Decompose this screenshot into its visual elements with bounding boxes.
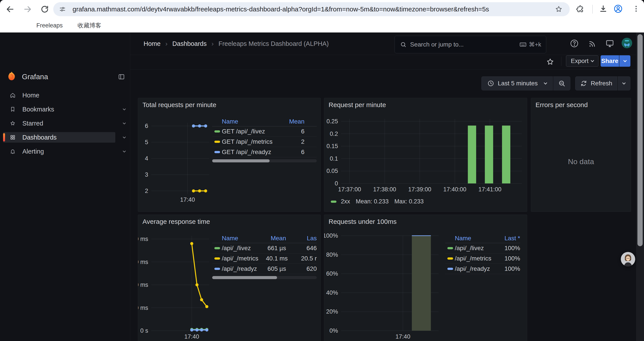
series-value: 2 xyxy=(284,138,304,145)
series-value: 6 xyxy=(284,149,304,156)
legend-scrollbar[interactable] xyxy=(212,276,317,279)
chevron-down-icon[interactable] xyxy=(122,106,127,113)
toolbar-divider xyxy=(592,5,593,14)
series-value: 100% xyxy=(500,255,520,262)
share-dropdown-button[interactable] xyxy=(619,55,630,67)
legend-column-header[interactable]: Las xyxy=(286,235,317,242)
series-name: /api/_/metrics xyxy=(455,255,500,262)
reload-icon[interactable] xyxy=(40,5,49,15)
chevron-down-icon[interactable] xyxy=(122,121,127,127)
legend-column-header[interactable]: Mean xyxy=(284,118,304,125)
url-text[interactable]: grafana.mathmast.com/d/deytv4rwavabkb/fr… xyxy=(72,2,550,16)
breadcrumb-item[interactable]: Home xyxy=(144,40,160,47)
chart-svg: 0.250.20.150.10.05017:37:0017:38:0017:39… xyxy=(324,98,527,212)
download-icon[interactable] xyxy=(599,5,608,14)
legend-scrollbar[interactable] xyxy=(212,159,317,162)
breadcrumb-separator: › xyxy=(212,40,214,47)
panel-title[interactable]: Errors per second xyxy=(536,101,588,109)
profile-icon[interactable] xyxy=(613,4,623,15)
series-color-pill[interactable] xyxy=(214,268,220,270)
legend-row[interactable]: /api/_/metrics40.1 ms20.5 r xyxy=(212,253,317,264)
time-range-picker[interactable]: Last 5 minutes xyxy=(481,76,553,90)
svg-text:17:40:00: 17:40:00 xyxy=(443,186,466,193)
bar-chart[interactable]: 0.250.20.150.10.05017:37:0017:38:0017:39… xyxy=(324,98,527,212)
forward-icon[interactable] xyxy=(23,5,32,15)
series-value: 40.1 ms xyxy=(266,255,286,262)
user-avatar[interactable] xyxy=(622,38,632,48)
series-color-pill[interactable] xyxy=(448,247,453,249)
legend-row[interactable]: /api/_/metrics100% xyxy=(445,253,520,264)
sidebar-item-bookmarks[interactable]: Bookmarks xyxy=(3,104,115,115)
legend-column-header[interactable]: Name xyxy=(222,118,284,125)
series-value: 6 xyxy=(284,128,304,135)
chevron-down-icon xyxy=(622,81,626,85)
refresh-button[interactable]: Refresh xyxy=(575,76,617,90)
bookmark-folder[interactable]: Freeleaps xyxy=(36,19,63,33)
rss-icon[interactable] xyxy=(588,39,597,48)
svg-text:0.25: 0.25 xyxy=(326,118,338,125)
scrollbar-thumb[interactable] xyxy=(638,34,643,246)
zoom-out-button[interactable] xyxy=(553,76,570,90)
series-name: /api/_/livez xyxy=(455,245,500,252)
series-color-pill[interactable] xyxy=(214,257,220,260)
search-input[interactable]: Search or jump to... ⌘+k xyxy=(394,36,546,53)
favorite-star-icon[interactable] xyxy=(545,57,555,67)
chevron-down-icon[interactable] xyxy=(122,135,127,141)
series-color-pill[interactable] xyxy=(448,268,453,270)
svg-text:0.1: 0.1 xyxy=(330,155,338,162)
zoom-out-icon xyxy=(558,80,566,87)
legend-column-header[interactable]: Mean xyxy=(266,235,286,242)
sidebar-item-home[interactable]: Home xyxy=(3,90,115,101)
svg-text:0: 0 xyxy=(335,180,338,187)
menu-icon[interactable] xyxy=(632,5,640,14)
sidebar-item-alerting[interactable]: Alerting xyxy=(3,146,115,157)
series-color-pill[interactable] xyxy=(214,151,220,153)
series-color-pill xyxy=(331,201,336,203)
series-color-pill[interactable] xyxy=(448,257,453,260)
panel-average-response-time: Average response time 80 ms60 ms40 ms20 … xyxy=(138,215,321,341)
svg-text:4: 4 xyxy=(145,155,148,162)
series-value: 20.5 r xyxy=(286,255,317,262)
bookmark-folder[interactable]: 收藏博客 xyxy=(78,19,101,33)
chart-legend[interactable]: 2xx Mean: 0.233 Max: 0.233 xyxy=(331,198,424,205)
series-color-pill[interactable] xyxy=(214,141,220,143)
legend-row[interactable]: GET /api/_/livez6 xyxy=(212,126,317,137)
legend-row[interactable]: /api/_/livez100% xyxy=(445,243,520,253)
assistant-avatar[interactable] xyxy=(621,252,635,266)
legend-row[interactable]: /api/_/readyz100% xyxy=(445,264,520,274)
chevron-down-icon[interactable] xyxy=(122,149,127,155)
search-placeholder: Search or jump to... xyxy=(410,41,519,48)
bookmark-star-icon[interactable] xyxy=(555,5,563,14)
monitor-icon[interactable] xyxy=(605,39,615,48)
series-name: GET /api/_/metrics xyxy=(222,138,284,145)
help-icon[interactable] xyxy=(570,39,579,48)
series-value: 646 xyxy=(286,245,317,252)
legend-row[interactable]: GET /api/_/readyz6 xyxy=(212,147,317,157)
chevron-down-icon xyxy=(591,59,594,62)
svg-text:40 ms: 40 ms xyxy=(138,281,148,288)
tune-icon[interactable] xyxy=(59,6,66,14)
grafana-logo[interactable] xyxy=(6,71,18,83)
sidebar-item-dashboards[interactable]: Dashboards xyxy=(3,132,115,143)
series-color-pill[interactable] xyxy=(214,130,220,133)
share-button[interactable]: Share xyxy=(600,55,619,67)
svg-text:80%: 80% xyxy=(326,251,338,258)
refresh-interval-dropdown[interactable] xyxy=(618,76,630,90)
chevron-down-icon xyxy=(624,59,627,62)
legend-column-header[interactable]: Name xyxy=(455,235,500,242)
export-button[interactable]: Export xyxy=(566,55,598,67)
dock-sidebar-icon[interactable] xyxy=(118,73,125,81)
url-bar[interactable]: grafana.mathmast.com/d/deytv4rwavabkb/fr… xyxy=(53,2,570,16)
extensions-icon[interactable] xyxy=(576,5,584,14)
sidebar-item-starred[interactable]: Starred xyxy=(3,118,115,129)
legend-row[interactable]: /api/_/livez661 µs646 xyxy=(212,243,317,253)
series-color-pill[interactable] xyxy=(214,247,220,249)
back-icon[interactable] xyxy=(6,5,14,15)
legend-column-header[interactable]: Last * xyxy=(500,235,520,242)
legend-row[interactable]: GET /api/_/metrics2 xyxy=(212,137,317,147)
svg-text:0 s: 0 s xyxy=(140,327,148,334)
legend-row[interactable]: /api/_/readyz605 µs620 xyxy=(212,264,317,274)
legend-column-header[interactable]: Name xyxy=(222,235,266,242)
legend-table: NameMeanLas/api/_/livez661 µs646/api/_/m… xyxy=(212,233,317,279)
breadcrumb-item[interactable]: Dashboards xyxy=(172,40,206,47)
